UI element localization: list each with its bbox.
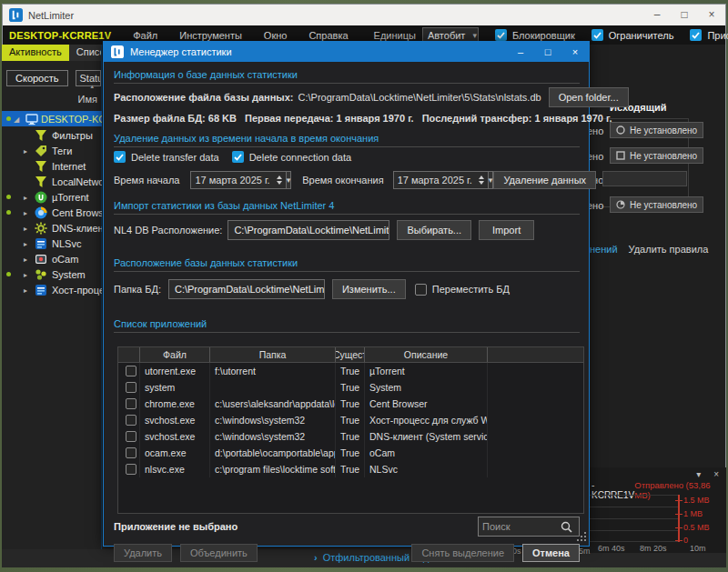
- window-maximize-button[interactable]: □: [671, 5, 698, 25]
- nl4-db-location-label: NL4 DB Расположение:: [114, 225, 222, 236]
- table-row[interactable]: chrome.exe c:\users\aleksandr\appdata\lo…: [118, 396, 583, 412]
- tree-item-tags[interactable]: ▸ Теги: [2, 143, 102, 158]
- menu-tools[interactable]: Инструменты: [179, 30, 242, 41]
- nl4-db-path-input[interactable]: C:\ProgramData\Locktime\NetLimiter\4\Sta…: [228, 220, 389, 240]
- clear-selection-button[interactable]: Снять выделение: [411, 544, 514, 562]
- menu-window[interactable]: Окно: [264, 30, 288, 41]
- start-date-input[interactable]: 17 марта 2025 г.: [190, 171, 286, 189]
- row-checkbox[interactable]: [126, 382, 136, 393]
- desktop: NetLimiter – □ × DESKTOP-KCRRE1V Файл Ин…: [0, 0, 728, 572]
- priorities-toggle[interactable]: Приоритеты: [690, 29, 728, 41]
- tree-item-system[interactable]: ▸ System: [2, 266, 102, 282]
- applications-table[interactable]: Файл Папка Сущест Описание utorrent.exe …: [117, 346, 584, 514]
- expand-collapsed-icon[interactable]: ▸: [24, 256, 27, 264]
- tab-rule-list[interactable]: Список правил: [69, 45, 101, 61]
- outgoing-value-box[interactable]: [602, 171, 687, 186]
- cancel-button[interactable]: Отмена: [522, 544, 580, 562]
- menu-help[interactable]: Справка: [308, 30, 348, 41]
- expand-collapsed-icon[interactable]: ▸: [24, 271, 27, 279]
- expand-collapsed-icon[interactable]: ▸: [24, 240, 27, 248]
- active-dot-icon: [6, 272, 11, 276]
- delete-rules-link[interactable]: Удалить правила: [629, 244, 709, 255]
- dialog-titlebar[interactable]: Менеджер статистики – □ ×: [104, 42, 589, 62]
- tree-item-ocam[interactable]: ▸ oCam: [2, 251, 102, 266]
- window-minimize-button[interactable]: –: [643, 5, 671, 25]
- utorrent-icon: [35, 191, 47, 204]
- expand-collapsed-icon[interactable]: ▸: [24, 194, 27, 202]
- start-time-label: Время начала: [114, 175, 179, 186]
- tree-item-localnetwork[interactable]: LocalNetwork: [2, 174, 102, 189]
- row-checkbox[interactable]: [126, 447, 136, 458]
- tree-item-filters[interactable]: Фильтры: [2, 127, 102, 143]
- search-box[interactable]: [478, 517, 580, 537]
- table-row[interactable]: system True System: [118, 379, 583, 396]
- row-checkbox[interactable]: [126, 415, 136, 426]
- table-row[interactable]: utorrent.exe f:\utorrent True µTorrent: [118, 363, 583, 379]
- dialog-close-button[interactable]: ×: [561, 42, 589, 62]
- outgoing-priority-button[interactable]: Не установлено: [610, 196, 703, 213]
- open-folder-button[interactable]: Open folder...: [549, 87, 629, 107]
- delete-app-button[interactable]: Удалить: [114, 544, 172, 562]
- undo-changes-link-fragment[interactable]: нений: [590, 244, 618, 255]
- active-dot-icon: [6, 210, 11, 215]
- end-date-input[interactable]: 17 марта 2025 г.: [393, 171, 489, 189]
- db-folder-input[interactable]: C:\ProgramData\Locktime\NetLimiter\5\Sta…: [168, 279, 325, 299]
- table-row[interactable]: svchost.exe c:\windows\system32 True Хос…: [118, 412, 583, 428]
- change-button[interactable]: Изменить...: [332, 279, 406, 299]
- table-row[interactable]: ocam.exe d:\portable\ocamportable\app\oc…: [118, 445, 583, 461]
- start-date-dropdown-button[interactable]: ▾: [287, 171, 292, 189]
- name-column-header[interactable]: Имя: [78, 94, 97, 105]
- speed-button[interactable]: Скорость: [6, 70, 68, 86]
- units-label: Единицы: [374, 30, 416, 41]
- tree-item-internet[interactable]: Internet: [2, 158, 102, 174]
- tree-item-desktop[interactable]: ◢ DESKTOP-KCRRE1V: [2, 111, 102, 126]
- outgoing-limit-button[interactable]: Не установлено: [610, 147, 703, 164]
- dialog-maximize-button[interactable]: □: [534, 42, 561, 62]
- row-checkbox[interactable]: [126, 366, 136, 376]
- expand-collapsed-icon[interactable]: ▸: [24, 147, 27, 156]
- spinner-icon[interactable]: [479, 176, 484, 185]
- expand-collapsed-icon[interactable]: ▸: [24, 286, 27, 295]
- outgoing-blocker-button[interactable]: Не установлено: [610, 122, 703, 138]
- tree-item-host-process[interactable]: ▸ Хост-процесс для служб Windows: [2, 282, 102, 297]
- expand-collapsed-icon[interactable]: ▸: [24, 209, 27, 217]
- expand-open-icon[interactable]: ◢: [14, 115, 19, 124]
- column-file[interactable]: Файл: [140, 347, 210, 362]
- window-titlebar[interactable]: NetLimiter – □ ×: [3, 5, 725, 25]
- end-time-label: Время окончания: [302, 175, 383, 186]
- delete-transfer-checkbox[interactable]: [114, 151, 126, 163]
- chart-close-icon[interactable]: ×: [713, 469, 719, 479]
- blocker-toggle[interactable]: Блокировщик: [495, 29, 575, 41]
- tab-activity[interactable]: Активность: [2, 45, 69, 61]
- import-button[interactable]: Import: [479, 220, 534, 240]
- delete-data-button[interactable]: Удаление данных: [493, 171, 596, 189]
- table-header-row[interactable]: Файл Папка Сущест Описание: [118, 347, 583, 363]
- browse-button[interactable]: Выбирать...: [397, 220, 471, 240]
- table-row[interactable]: svchost.exe c:\windows\system32 True DNS…: [118, 428, 583, 445]
- delete-connection-checkbox[interactable]: [232, 151, 244, 163]
- tree-item-dns-client[interactable]: ▸ DNS-клиент: [2, 220, 102, 236]
- row-checkbox[interactable]: [126, 398, 136, 409]
- menu-file[interactable]: Файл: [133, 30, 157, 41]
- tree-item-cent-browser[interactable]: ▸ Cent Browser: [2, 205, 102, 220]
- search-input[interactable]: [482, 521, 561, 532]
- move-db-checkbox[interactable]: [415, 284, 427, 296]
- limiter-toggle[interactable]: Ограничитель: [592, 29, 674, 41]
- chart-collapse-icon[interactable]: ▾: [696, 469, 701, 479]
- table-row[interactable]: nlsvc.exe c:\program files\locktime soft…: [118, 461, 583, 477]
- window-close-button[interactable]: ×: [698, 5, 725, 25]
- row-checkbox[interactable]: [126, 431, 136, 442]
- expand-collapsed-icon[interactable]: ▸: [24, 225, 27, 233]
- resize-grip[interactable]: [576, 531, 587, 544]
- tree-item-utorrent[interactable]: ▸ µTorrent: [2, 189, 102, 205]
- spinner-icon[interactable]: [277, 176, 282, 185]
- column-exists[interactable]: Сущест: [336, 347, 365, 362]
- column-folder[interactable]: Папка: [210, 347, 336, 362]
- dialog-minimize-button[interactable]: –: [507, 42, 534, 62]
- merge-button[interactable]: Объединить: [180, 544, 258, 562]
- status-filter-select[interactable]: Status ▾: [76, 70, 101, 86]
- pie-icon: [616, 200, 625, 209]
- column-description[interactable]: Описание: [365, 347, 488, 362]
- row-checkbox[interactable]: [126, 464, 136, 475]
- tree-item-nlsvc[interactable]: ▸ NLSvc: [2, 236, 102, 251]
